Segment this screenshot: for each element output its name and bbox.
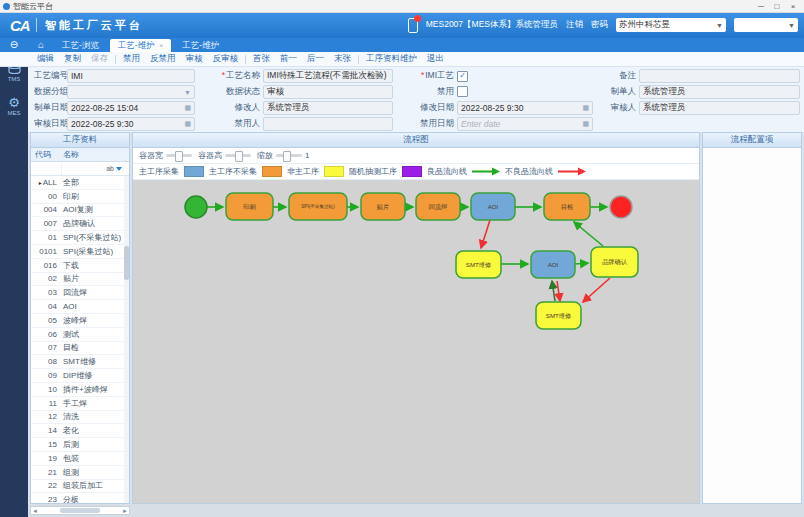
field-input[interactable]: 系统管理员 — [639, 101, 800, 115]
toolbar-button[interactable]: 工序资料维护 — [361, 53, 422, 65]
secondary-select[interactable]: ▼ — [734, 18, 798, 32]
table-row[interactable]: 016下载 — [31, 259, 129, 273]
table-row[interactable]: 06测试 — [31, 328, 129, 342]
scrollbar-thumb[interactable] — [60, 508, 100, 513]
flow-canvas[interactable]: 印刷SPI(不采集过站)贴片回流焊AOI目检SMT维修AOI品牌确认SMT维修 — [133, 180, 699, 503]
table-row[interactable]: 23分板 — [31, 493, 129, 503]
flow-node-mujian[interactable]: 目检 — [544, 193, 590, 220]
home-icon[interactable]: ⌂ — [28, 38, 54, 52]
slider-track[interactable] — [225, 154, 251, 157]
flow-node-end[interactable] — [610, 196, 632, 218]
field-input[interactable]: Enter date▦ — [457, 117, 593, 131]
flow-diagram[interactable]: 印刷SPI(不采集过站)贴片回流焊AOI目检SMT维修AOI品牌确认SMT维修 — [133, 180, 699, 503]
table-row[interactable]: 01SPI(不采集过站) — [31, 231, 129, 245]
minimize-button[interactable]: ─ — [753, 2, 769, 11]
tab-3[interactable]: 工艺-维护 — [174, 39, 227, 52]
field-input[interactable] — [263, 117, 393, 131]
horizontal-scrollbar[interactable]: ◄ ► — [30, 506, 130, 515]
toolbar-button[interactable]: 前一 — [275, 53, 302, 65]
slider-thumb[interactable] — [283, 151, 291, 162]
tree-expand-icon[interactable]: ▸ — [39, 180, 42, 186]
table-row[interactable]: 07目检 — [31, 342, 129, 356]
table-row[interactable]: 22组装后加工 — [31, 480, 129, 494]
toolbar-button[interactable]: 末张 — [329, 53, 356, 65]
table-row[interactable]: 19包装 — [31, 452, 129, 466]
table-row[interactable]: 15后测 — [31, 438, 129, 452]
password-link[interactable]: 密码 — [591, 19, 608, 31]
calendar-icon[interactable]: ▦ — [582, 104, 589, 112]
slider-thumb[interactable] — [235, 151, 243, 162]
field-input[interactable]: 2022-08-25 9:30▦ — [457, 101, 593, 115]
flow-node-spi[interactable]: SPI(不采集过站) — [289, 193, 347, 220]
table-row[interactable]: 12清洗 — [31, 411, 129, 425]
checkbox[interactable]: ✓ — [457, 71, 468, 82]
scrollbar-thumb[interactable] — [124, 246, 129, 280]
flow-node-tiepian[interactable]: 贴片 — [361, 193, 405, 220]
field-input[interactable]: IMI特殊工艺流程(不需批次检验) — [263, 69, 393, 83]
field-input[interactable]: ▼ — [67, 85, 195, 99]
table-row[interactable]: 11手工焊 — [31, 397, 129, 411]
maximize-button[interactable]: □ — [769, 2, 785, 11]
checkbox[interactable] — [457, 86, 468, 97]
filter-input-code[interactable] — [31, 162, 62, 175]
rail-item-mes[interactable]: ⚙ MES — [7, 96, 20, 116]
calendar-icon[interactable]: ▦ — [184, 104, 191, 112]
flow-node-pinpai[interactable]: 品牌确认 — [591, 247, 638, 277]
slider-thumb[interactable] — [175, 151, 183, 162]
calendar-icon[interactable]: ▦ — [582, 120, 589, 128]
organization-select[interactable]: 苏州中科芯昱▼ — [616, 18, 726, 32]
table-row[interactable]: 14老化 — [31, 424, 129, 438]
toolbar-button[interactable]: 保存 — [86, 53, 113, 65]
toolbar-button[interactable]: 禁用 — [118, 53, 145, 65]
table-row[interactable]: 10插件+波峰焊 — [31, 383, 129, 397]
flow-node-aoi2[interactable]: AOI — [531, 251, 575, 278]
table-row[interactable]: 04AOI — [31, 300, 129, 314]
tab-2[interactable]: 工艺-维护× — [110, 39, 172, 52]
flow-node-smt2[interactable]: SMT维修 — [536, 302, 581, 329]
field-input[interactable]: IMI — [67, 69, 195, 83]
column-code[interactable]: 代码 — [31, 149, 61, 160]
flow-node-smt1[interactable]: SMT维修 — [456, 251, 501, 278]
table-row[interactable]: 21组测 — [31, 466, 129, 480]
notification-icon[interactable] — [408, 18, 418, 33]
flow-node-aoi1[interactable]: AOI — [471, 193, 515, 220]
toolbar-button[interactable]: 审核 — [181, 53, 208, 65]
field-input[interactable] — [639, 69, 800, 83]
collapse-sidebar-icon[interactable]: ⊖ — [0, 38, 28, 52]
field-input[interactable]: 2022-08-25 9:30▦ — [67, 117, 195, 131]
slider-track[interactable] — [276, 154, 302, 157]
table-row[interactable]: 09DIP维修 — [31, 369, 129, 383]
table-row[interactable]: 0101SPI(采集过站) — [31, 245, 129, 259]
toolbar-button[interactable]: 编辑 — [32, 53, 59, 65]
filter-input-name[interactable]: ab — [62, 165, 129, 172]
table-row[interactable]: 00印刷 — [31, 190, 129, 204]
filter-funnel-icon[interactable] — [116, 167, 122, 171]
scroll-left-icon[interactable]: ◄ — [32, 508, 38, 514]
table-row[interactable]: 02贴片 — [31, 273, 129, 287]
close-button[interactable]: × — [785, 2, 801, 11]
column-name[interactable]: 名称 — [61, 149, 129, 160]
flow-node-yinshua[interactable]: 印刷 — [226, 193, 273, 220]
table-row[interactable]: 007品牌确认 — [31, 217, 129, 231]
calendar-icon[interactable]: ▦ — [184, 120, 191, 128]
toolbar-button[interactable]: 反审核 — [208, 53, 244, 65]
tab-1[interactable]: 工艺-浏览 — [54, 39, 107, 52]
table-row[interactable]: 08SMT维修 — [31, 355, 129, 369]
table-row[interactable]: ▸ALL全部 — [31, 176, 129, 190]
table-row[interactable]: 004AOI复测 — [31, 204, 129, 218]
vertical-scrollbar[interactable] — [124, 176, 129, 503]
flow-node-huiliu[interactable]: 回流焊 — [416, 193, 460, 220]
field-input[interactable]: 系统管理员 — [639, 85, 800, 99]
toolbar-button[interactable]: 后一 — [302, 53, 329, 65]
chevron-down-icon[interactable]: ▼ — [184, 89, 191, 96]
field-input[interactable]: 2022-08-25 15:04▦ — [67, 101, 195, 115]
field-input[interactable]: 系统管理员 — [263, 101, 393, 115]
toolbar-button[interactable]: 首张 — [248, 53, 275, 65]
field-input[interactable]: 审核 — [263, 85, 393, 99]
flow-node-start[interactable] — [185, 196, 207, 218]
logout-link[interactable]: 注销 — [566, 19, 583, 31]
toolbar-button[interactable]: 退出 — [422, 53, 449, 65]
toolbar-button[interactable]: 反禁用 — [145, 53, 181, 65]
table-row[interactable]: 05波峰焊 — [31, 314, 129, 328]
scroll-right-icon[interactable]: ► — [122, 508, 128, 514]
